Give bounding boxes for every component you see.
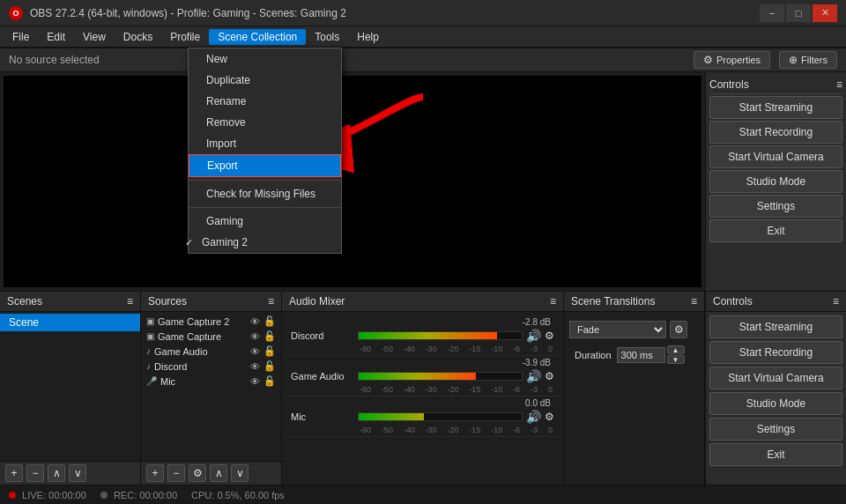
source-item-mic[interactable]: 🎤 Mic 👁 🔓 [141, 374, 281, 389]
lock-icon-3[interactable]: 🔓 [263, 345, 276, 357]
controls-lower-menu-icon[interactable]: ≡ [833, 295, 839, 308]
menu-file[interactable]: File [4, 29, 38, 45]
audio-track-game-audio: Game Audio -3.9 dB 🔊 ⚙ -60-50-40-30-20-1… [286, 356, 560, 397]
source-item-discord[interactable]: ♪ Discord 👁 🔓 [141, 359, 281, 374]
dropdown-gaming2[interactable]: Gaming 2 [189, 232, 341, 253]
visibility-icon-3[interactable]: 👁 [250, 346, 260, 357]
controls-lower-header: Controls ≡ [706, 292, 846, 312]
transitions-panel: Scene Transitions ≡ Fade Cut Swipe Slide… [564, 292, 705, 485]
visibility-icon-5[interactable]: 👁 [250, 376, 260, 387]
lower-studio-mode-button[interactable]: Studio Mode [709, 392, 842, 415]
settings-button[interactable]: Settings [709, 195, 842, 218]
dropdown-export[interactable]: Export [189, 154, 341, 177]
lower-settings-button[interactable]: Settings [709, 418, 842, 441]
visibility-icon-2[interactable]: 👁 [250, 331, 260, 342]
close-button[interactable]: ✕ [813, 4, 837, 22]
move-scene-up-button[interactable]: ∧ [48, 464, 65, 482]
move-scene-down-button[interactable]: ∨ [69, 464, 86, 482]
minimize-button[interactable]: − [760, 4, 784, 22]
game-audio-settings-icon[interactable]: ⚙ [545, 370, 554, 382]
menubar: File Edit View Docks Profile Scene Colle… [0, 26, 846, 48]
move-source-down-button[interactable]: ∨ [231, 464, 249, 482]
dropdown-remove[interactable]: Remove [189, 112, 341, 133]
source-item-game-capture-2[interactable]: ▣ Game Capture 2 👁 🔓 [141, 314, 281, 329]
discord-settings-icon[interactable]: ⚙ [545, 330, 554, 342]
discord-mute-icon[interactable]: 🔊 [526, 329, 541, 343]
source-item-game-capture[interactable]: ▣ Game Capture 👁 🔓 [141, 329, 281, 344]
mic-icon: 🎤 [146, 376, 157, 386]
lower-panels: Scenes ≡ Scene + − ∧ ∨ Sources ≡ ▣ [0, 291, 846, 485]
audio-panel: Audio Mixer ≡ Discord -2.8 dB 🔊 ⚙ [282, 292, 564, 485]
capture-icon-2: ▣ [146, 331, 154, 341]
lower-start-recording-button[interactable]: Start Recording [709, 341, 842, 364]
start-recording-button[interactable]: Start Recording [709, 121, 842, 144]
mic-settings-icon[interactable]: ⚙ [545, 411, 554, 423]
audio-icon: ♪ [146, 346, 151, 356]
controls-menu-icon[interactable]: ≡ [836, 78, 842, 91]
dropdown-gaming[interactable]: Gaming [189, 211, 341, 232]
duration-input[interactable] [617, 347, 665, 363]
menu-edit[interactable]: Edit [38, 29, 74, 45]
lock-icon-5[interactable]: 🔓 [263, 375, 276, 387]
remove-scene-button[interactable]: − [26, 464, 44, 482]
transition-type-select[interactable]: Fade Cut Swipe Slide [569, 321, 666, 338]
discord-icon: ♪ [146, 361, 151, 371]
transitions-menu-icon[interactable]: ≡ [691, 295, 697, 308]
transition-settings-button[interactable]: ⚙ [670, 321, 687, 338]
dropdown-check-missing[interactable]: Check for Missing Files [189, 183, 341, 204]
lower-exit-button[interactable]: Exit [709, 443, 842, 466]
lock-icon-2[interactable]: 🔓 [263, 330, 276, 342]
dropdown-import[interactable]: Import [189, 133, 341, 154]
audio-tracks: Discord -2.8 dB 🔊 ⚙ -60-50-40-30-20-15-1… [282, 312, 563, 485]
visibility-icon[interactable]: 👁 [250, 316, 260, 327]
controls-lower-buttons: Start Streaming Start Recording Start Vi… [706, 312, 846, 470]
lock-icon[interactable]: 🔓 [263, 315, 276, 327]
lock-icon-4[interactable]: 🔓 [263, 360, 276, 372]
app-icon: O [9, 6, 23, 20]
dropdown-new[interactable]: New [189, 48, 341, 70]
capture-icon: ▣ [146, 316, 154, 326]
maximize-button[interactable]: □ [786, 4, 811, 22]
remove-source-button[interactable]: − [167, 464, 185, 482]
move-source-up-button[interactable]: ∧ [210, 464, 227, 482]
studio-mode-button[interactable]: Studio Mode [709, 170, 842, 193]
menu-tools[interactable]: Tools [306, 29, 348, 45]
gear-icon: ⚙ [703, 54, 713, 66]
menu-docks[interactable]: Docks [115, 29, 161, 45]
duration-up-button[interactable]: ▲ [667, 345, 685, 354]
menu-help[interactable]: Help [348, 29, 388, 45]
sources-panel: Sources ≡ ▣ Game Capture 2 👁 🔓 ▣ Game Ca… [141, 292, 282, 485]
start-virtual-camera-button[interactable]: Start Virtual Camera [709, 145, 842, 168]
start-streaming-button[interactable]: Start Streaming [709, 96, 842, 119]
visibility-icon-4[interactable]: 👁 [250, 361, 260, 372]
properties-button[interactable]: ⚙ Properties [694, 51, 770, 69]
filters-button[interactable]: ⊕ Filters [779, 51, 837, 69]
menu-profile[interactable]: Profile [161, 29, 209, 45]
game-audio-mute-icon[interactable]: 🔊 [526, 369, 541, 383]
sources-menu-icon[interactable]: ≡ [268, 295, 274, 308]
audio-menu-icon[interactable]: ≡ [550, 295, 556, 308]
bottom-status-bar: LIVE: 00:00:00 REC: 00:00:00 CPU: 0.5%, … [0, 485, 846, 504]
scenes-menu-icon[interactable]: ≡ [127, 295, 133, 308]
lower-start-virtual-camera-button[interactable]: Start Virtual Camera [709, 367, 842, 389]
add-source-button[interactable]: + [146, 464, 164, 482]
scene-item[interactable]: Scene [0, 314, 140, 331]
add-scene-button[interactable]: + [5, 464, 23, 482]
dropdown-duplicate[interactable]: Duplicate [189, 70, 341, 91]
cpu-status: CPU: 0.5%, 60.00 fps [191, 490, 285, 500]
discord-meter [358, 331, 523, 340]
live-dot [9, 492, 16, 499]
lower-start-streaming-button[interactable]: Start Streaming [709, 315, 842, 338]
mic-mute-icon[interactable]: 🔊 [526, 410, 541, 424]
scenes-header: Scenes ≡ [0, 292, 140, 312]
source-settings-button[interactable]: ⚙ [189, 464, 206, 482]
duration-down-button[interactable]: ▼ [667, 355, 685, 364]
dropdown-rename[interactable]: Rename [189, 91, 341, 112]
rec-dot [100, 492, 108, 499]
menu-scene-collection[interactable]: Scene Collection [209, 29, 306, 45]
source-item-game-audio[interactable]: ♪ Game Audio 👁 🔓 [141, 344, 281, 359]
preview-canvas [4, 76, 701, 287]
menu-view[interactable]: View [74, 29, 115, 45]
duration-row: Duration ▲ ▼ [569, 342, 699, 367]
exit-button[interactable]: Exit [709, 219, 842, 242]
